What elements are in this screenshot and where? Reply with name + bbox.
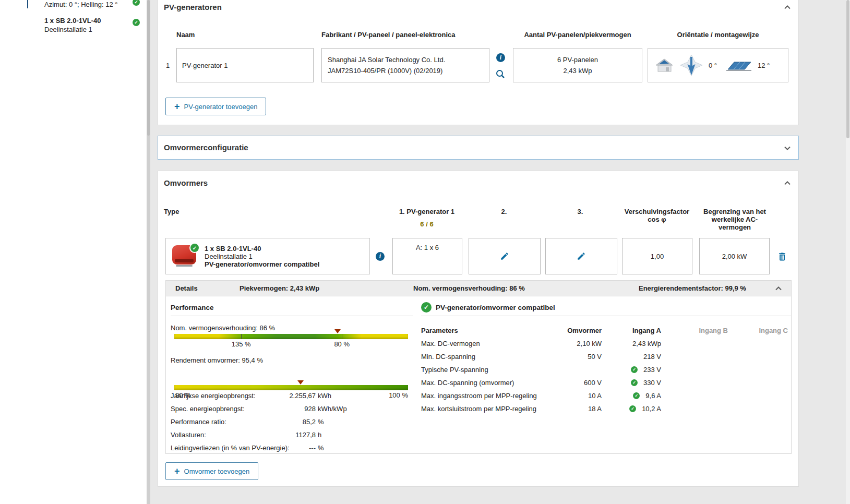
azimuth-value: 0 ° <box>709 62 717 69</box>
info-icon[interactable] <box>376 252 385 261</box>
module-select-box[interactable]: Shanghai JA Solar Technology Co. Ltd. JA… <box>321 48 489 82</box>
col-header-fabrikant: Fabrikant / PV-paneel / paneel-elektroni… <box>321 31 455 39</box>
generator1-allocation: 6 / 6 <box>420 220 433 228</box>
details-power-ratio: Nom. vermogensverhouding: 86 % <box>413 284 525 292</box>
col-header-cos-phi: Verschuivingsfactor cos φ <box>625 208 689 223</box>
performance-column: Performance Nom. vermogensverhouding: 86… <box>171 297 413 454</box>
details-bar[interactable]: Details Piekvermogen: 2,43 kWp Nom. verm… <box>166 281 791 296</box>
page-scrollbar[interactable] <box>846 0 850 504</box>
info-icon[interactable] <box>496 53 505 62</box>
plus-icon <box>174 102 180 111</box>
stat-row: Vollasturen: 1127,8 h <box>171 428 413 441</box>
performance-title: Performance <box>171 304 214 311</box>
pv-panel-icon <box>27 0 28 8</box>
compatibility-column: PV-generator/omvormer compatibel Paramet… <box>421 297 791 454</box>
cos-phi-value: 1,00 <box>651 253 664 260</box>
ac-limit-box[interactable]: 2,00 kW <box>699 238 770 274</box>
chevron-up-icon[interactable] <box>782 2 793 13</box>
inverter-icon <box>27 17 43 32</box>
inverter-configuration-panel[interactable]: Omvormerconfiguratie <box>158 136 799 160</box>
details-section: Details Piekvermogen: 2,43 kWp Nom. verm… <box>165 280 792 454</box>
col-header-naam: Naam <box>176 31 195 39</box>
check-icon <box>421 302 432 313</box>
inverters-panel: Omvormers Type 1. PV-generator 1 6 / 6 2… <box>158 171 799 487</box>
inverter-row-compatibility: PV-generator/omvormer compatibel <box>205 260 319 268</box>
power-ratio-bar: 135 % 80 % <box>174 329 408 348</box>
efficiency-marker-icon <box>297 380 304 385</box>
details-content: Performance Nom. vermogensverhouding: 86… <box>166 297 791 454</box>
col-header-aantal: Aantal PV-panelen/piekvermogen <box>513 31 642 39</box>
tilt-panel-icon <box>725 58 752 72</box>
slot2-edit-box[interactable] <box>469 238 541 274</box>
table-row: Max. kortsluitstroom per MPP-regeling 18… <box>421 402 788 415</box>
module-type: JAM72S10-405/PR (1000V) (02/2019) <box>328 67 483 75</box>
orientation-label: Azimut: 0 °; Helling: 12 ° <box>44 1 117 8</box>
compatibility-table-header: Parameters Omvormer Ingang A Ingang B In… <box>421 324 788 337</box>
chevron-up-icon[interactable] <box>782 178 793 188</box>
inverter-row-subtitle: Deelinstallatie 1 <box>205 253 319 260</box>
search-icon[interactable] <box>495 69 506 79</box>
col-ingang-c: Ingang C <box>728 327 788 334</box>
pv-generators-title: PV-generatoren <box>164 3 222 11</box>
compatibility-table-rows: Max. DC-vermogen 2,10 kW 2,43 kWp Min. D… <box>421 337 788 415</box>
peak-power: 2,43 kWp <box>564 67 592 75</box>
col-header-generator1: 1. PV-generator 1 <box>399 208 454 215</box>
add-inverter-label: Omvormer toevoegen <box>184 467 250 475</box>
add-pv-generator-button[interactable]: PV-generator toevoegen <box>165 98 266 115</box>
col-header-orientatie: Oriëntatie / montagewijze <box>648 31 788 39</box>
check-icon <box>633 392 640 399</box>
stat-row: Jaarlijkse energieopbrengst: 2.255,67 kW… <box>171 389 413 402</box>
inverters-title: Omvormers <box>164 178 208 187</box>
check-icon <box>631 366 638 373</box>
ratio-tick-left-label: 135 % <box>232 340 251 348</box>
col-header-type: Type <box>164 208 179 215</box>
ac-limit-value: 2,00 kW <box>722 253 747 260</box>
inverter-subtitle: Deelinstallatie 1 <box>44 26 92 33</box>
inverter-device-icon <box>172 245 196 267</box>
table-row: Max. ingangsstroom per MPP-regeling 10 A… <box>421 389 788 402</box>
check-icon <box>133 19 140 26</box>
check-icon <box>190 244 199 252</box>
generator1-assignment-value: A: 1 x 6 <box>416 244 439 251</box>
performance-stats: Jaarlijkse energieopbrengst: 2.255,67 kW… <box>171 389 413 454</box>
table-row: Max. DC-vermogen 2,10 kW 2,43 kWp <box>421 337 788 350</box>
chevron-up-icon[interactable] <box>773 283 784 294</box>
table-row: Min. DC-spanning 50 V 218 V <box>421 350 788 363</box>
sidebar-item-orientation[interactable]: Azimut: 0 °; Helling: 12 ° <box>0 0 147 9</box>
pv-generator-name-input[interactable] <box>176 48 314 82</box>
generator1-assignment-box[interactable]: A: 1 x 6 <box>392 238 462 274</box>
chevron-down-icon[interactable] <box>782 143 793 153</box>
inverter-row-title: 1 x SB 2.0-1VL-40 <box>205 245 319 253</box>
col-parameters: Parameters <box>421 327 546 334</box>
trash-icon[interactable] <box>777 251 787 262</box>
stat-row: Performance ratio: 85,2 % <box>171 415 413 428</box>
panel-count-box[interactable]: 6 PV-panelen 2,43 kWp <box>513 48 642 82</box>
efficiency-bar-label: Rendement omvormer: 95,4 % <box>171 356 263 364</box>
row-index: 1 <box>166 62 170 69</box>
panel-count: 6 PV-panelen <box>557 56 598 64</box>
table-row: Max. DC-spanning (omvormer) 600 V 330 V <box>421 376 788 389</box>
col-ingang-b: Ingang B <box>661 327 728 334</box>
cos-phi-box[interactable]: 1,00 <box>622 238 692 274</box>
inverter-configuration-title: Omvormerconfiguratie <box>164 143 248 152</box>
module-manufacturer: Shanghai JA Solar Technology Co. Ltd. <box>328 56 483 64</box>
table-row: Typische PV-spanning 233 V <box>421 363 788 376</box>
orientation-box[interactable]: 0 ° 12 ° <box>648 48 788 82</box>
check-icon <box>631 379 638 386</box>
ratio-tick-right-label: 80 % <box>334 340 350 348</box>
ratio-marker-icon <box>334 329 341 333</box>
check-icon <box>629 405 636 412</box>
col-omvormer: Omvormer <box>546 327 602 334</box>
plus-icon <box>174 466 180 476</box>
slot3-edit-box[interactable] <box>545 238 617 274</box>
details-peak-power: Piekvermogen: 2,43 kWp <box>240 284 319 292</box>
col-ingang-a: Ingang A <box>602 327 661 334</box>
add-inverter-button[interactable]: Omvormer toevoegen <box>165 462 258 480</box>
tilt-value: 12 ° <box>758 62 770 69</box>
compatibility-title: PV-generator/omvormer compatibel <box>436 304 555 311</box>
sidebar-item-inverter[interactable]: 1 x SB 2.0-1VL-40 Deelinstallatie 1 <box>0 16 147 34</box>
sidebar-scrollbar[interactable] <box>147 0 150 504</box>
inverter-type-box[interactable]: 1 x SB 2.0-1VL-40 Deelinstallatie 1 PV-g… <box>165 238 370 274</box>
check-icon <box>133 0 140 6</box>
stat-row: Leidingverliezen (in % van PV-energie): … <box>171 441 413 454</box>
